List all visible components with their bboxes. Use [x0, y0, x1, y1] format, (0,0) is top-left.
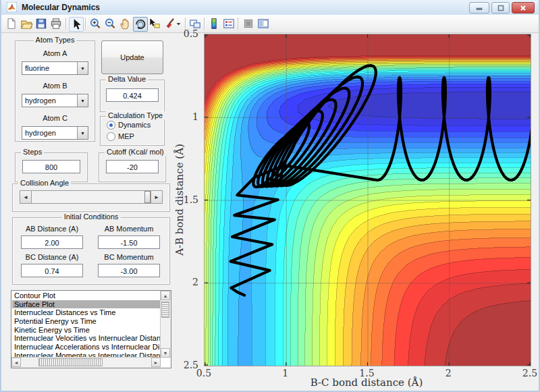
brush-icon[interactable]	[163, 17, 176, 30]
dynamics-radio[interactable]	[107, 121, 115, 130]
listbox-vertical-scrollbar[interactable]: ▲ ▼	[160, 291, 171, 358]
calculation-type-panel: Calculation Type Dynamics MEP	[100, 116, 165, 146]
scroll-down-arrow[interactable]: ▼	[161, 348, 170, 358]
atom-a-value: fluorine	[25, 62, 49, 74]
atom-a-select[interactable]: fluorine ▼	[22, 61, 88, 75]
pan-hand-icon[interactable]	[118, 17, 132, 30]
matlab-figure-window: Molecular Dynamics	[0, 0, 540, 392]
close-button[interactable]	[512, 2, 535, 13]
bc-momentum-field[interactable]: -3.00	[98, 264, 160, 277]
update-button[interactable]: Update	[101, 40, 163, 74]
cutoff-title: Cutoff (Kcal/ mol)	[105, 148, 166, 156]
bc-distance-field[interactable]: 0.74	[21, 264, 83, 277]
maximize-button[interactable]	[491, 2, 510, 13]
toolbar-separator	[204, 18, 205, 30]
atom-c-label: Atom C	[16, 114, 94, 122]
atom-types-title: Atom Types	[34, 36, 77, 44]
x-tick-label: 2	[446, 368, 452, 379]
y-tick-label: 2.5	[184, 360, 198, 370]
print-icon[interactable]	[49, 17, 63, 30]
plot-tools-off-icon[interactable]	[242, 17, 255, 30]
scroll-left-arrow[interactable]: ◄	[11, 358, 21, 367]
listbox-items: Contour PlotSurface PlotInternuclear Dis…	[12, 291, 160, 357]
y-tick-label: 0.5	[184, 28, 198, 39]
list-item[interactable]: Contour Plot	[12, 291, 160, 300]
x-axis-label: B-C bond distance (Å)	[310, 376, 423, 389]
collision-angle-title: Collision Angle	[18, 179, 71, 187]
figure-toolbar	[1, 15, 539, 33]
data-cursor-icon[interactable]	[148, 17, 161, 30]
slider-right-arrow[interactable]: ►	[151, 191, 162, 203]
ab-momentum-field[interactable]: -1.50	[98, 235, 160, 249]
zoom-out-icon[interactable]	[103, 17, 117, 30]
collision-angle-slider[interactable]: ◄ ►	[20, 190, 163, 204]
x-tick-label: 1	[282, 368, 288, 379]
cutoff-panel: Cutoff (Kcal/ mol) -20	[99, 152, 166, 182]
matlab-logo-icon	[7, 2, 17, 12]
delta-value-field[interactable]: 0.424	[106, 88, 159, 102]
list-item[interactable]: Surface Plot	[12, 300, 160, 309]
toolbar-separator	[65, 18, 67, 30]
bc-momentum-label: BC Momentum	[98, 253, 160, 261]
ab-distance-field[interactable]: 2.00	[21, 235, 83, 249]
ab-distance-label: AB Distance (A)	[21, 225, 83, 233]
edit-pointer-icon[interactable]	[69, 17, 84, 32]
bc-distance-label: BC Distance (A)	[21, 253, 83, 261]
y-tick-label: 2	[192, 277, 198, 287]
dynamics-radio-label: Dynamics	[118, 121, 151, 129]
zoom-in-icon[interactable]	[88, 17, 102, 30]
steps-field[interactable]: 800	[22, 160, 80, 173]
ab-momentum-label: AB Momentum	[98, 225, 160, 233]
mep-radio[interactable]	[107, 132, 115, 141]
delta-value-title: Delta Value	[106, 75, 148, 83]
slider-left-arrow[interactable]: ◄	[20, 191, 32, 203]
new-file-icon[interactable]	[5, 17, 18, 30]
initial-conditions-title: Initial Conditions	[62, 213, 121, 221]
brush-dropdown-icon[interactable]	[175, 17, 182, 30]
atom-b-label: Atom B	[16, 82, 94, 90]
x-tick-label: 2.5	[522, 368, 537, 379]
insert-colorbar-icon[interactable]	[207, 17, 221, 30]
open-file-icon[interactable]	[20, 17, 33, 30]
scroll-right-arrow[interactable]: ►	[151, 358, 161, 367]
list-item[interactable]: Kinetic Energy vs Time	[12, 326, 160, 335]
minimize-icon	[475, 5, 483, 11]
atom-c-select[interactable]: hydrogen ▼	[22, 126, 88, 140]
atom-a-label: Atom A	[16, 49, 94, 57]
list-item[interactable]: Internuclear Distances vs Time	[12, 308, 160, 317]
vertical-scroll-thumb[interactable]	[161, 302, 169, 318]
atom-b-value: hydrogen	[25, 94, 56, 107]
cutoff-field[interactable]: -20	[106, 160, 159, 173]
atom-b-select[interactable]: hydrogen ▼	[22, 94, 88, 107]
insert-legend-icon[interactable]	[222, 17, 236, 30]
chevron-down-icon[interactable]: ▼	[77, 62, 88, 74]
y-axis-label: A-B bond distance (Å)	[173, 144, 186, 256]
window-title: Molecular Dynamics	[22, 0, 100, 15]
mep-radio-label: MEP	[118, 132, 134, 140]
minimize-button[interactable]	[469, 2, 489, 13]
horizontal-scroll-thumb[interactable]	[38, 358, 103, 366]
close-icon	[520, 5, 526, 11]
atom-c-value: hydrogen	[25, 127, 56, 139]
listbox-horizontal-scrollbar[interactable]: ◄ ►	[11, 357, 161, 368]
steps-panel: Steps 800	[15, 152, 88, 182]
rotate-3d-icon[interactable]	[133, 17, 148, 32]
plot-type-listbox[interactable]: Contour PlotSurface PlotInternuclear Dis…	[11, 290, 171, 368]
chevron-down-icon[interactable]: ▼	[77, 127, 88, 139]
initial-conditions-panel: Initial Conditions AB Distance (A) 2.00 …	[12, 217, 170, 285]
list-item[interactable]: Internuclear Momenta vs Internuclear Dis…	[12, 352, 160, 357]
atom-types-panel: Atom Types Atom A fluorine ▼ Atom B hydr…	[15, 40, 95, 142]
steps-title: Steps	[21, 148, 44, 156]
scroll-up-arrow[interactable]: ▲	[161, 291, 170, 300]
plot-tools-on-icon[interactable]	[256, 17, 270, 30]
list-item[interactable]: Internuclear Accelerations vs Internucle…	[12, 343, 160, 352]
list-item[interactable]: Potential Energy vs Time	[12, 317, 160, 326]
slider-thumb[interactable]	[144, 191, 151, 203]
chevron-down-icon[interactable]: ▼	[77, 94, 88, 107]
title-bar[interactable]: Molecular Dynamics	[1, 0, 539, 16]
save-icon[interactable]	[34, 17, 48, 30]
toolbar-separator	[85, 18, 86, 30]
list-item[interactable]: Internuclear Velocities vs Internuclear …	[12, 334, 160, 343]
contour-plot-canvas[interactable]	[204, 34, 531, 366]
maximize-icon	[497, 5, 504, 11]
